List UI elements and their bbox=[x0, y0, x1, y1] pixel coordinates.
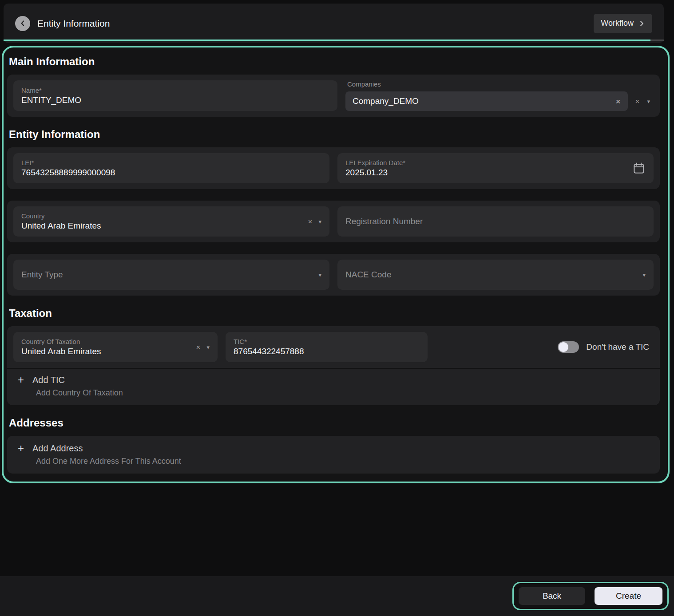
plus-icon: + bbox=[18, 375, 24, 385]
nace-code-dropdown-icon[interactable]: ▾ bbox=[642, 272, 646, 278]
name-field-label: Name* bbox=[21, 87, 329, 94]
main-information-row: Name* ENTITY_DEMO Companies Company_DEMO… bbox=[7, 75, 660, 117]
companies-dropdown-icon[interactable]: ▾ bbox=[647, 99, 650, 104]
footer-actions-group: Back Create bbox=[512, 582, 669, 610]
country-of-taxation-value: United Arab Emirates bbox=[21, 347, 190, 356]
entity-type-row: Entity Type ▾ NACE Code ▾ bbox=[7, 254, 660, 296]
lei-expiration-label: LEI Expiration Date* bbox=[345, 159, 626, 166]
lei-field-value: 76543258889999000098 bbox=[21, 168, 321, 178]
main-information-heading: Main Information bbox=[9, 55, 660, 68]
company-chip[interactable]: Company_DEMO × bbox=[345, 91, 628, 111]
country-clear-icon[interactable]: × bbox=[308, 218, 313, 225]
country-of-taxation-field[interactable]: Country Of Taxation United Arab Emirates… bbox=[13, 332, 218, 362]
country-field-label: Country bbox=[21, 212, 302, 220]
step-progress-done bbox=[4, 39, 650, 41]
chevron-right-icon bbox=[638, 20, 645, 27]
add-address-title: Add Address bbox=[32, 443, 83, 454]
country-dropdown-icon[interactable]: ▾ bbox=[318, 219, 321, 225]
page-header: Entity Information Workflow bbox=[4, 4, 664, 43]
calendar-icon[interactable] bbox=[632, 162, 646, 175]
nace-code-field[interactable]: NACE Code ▾ bbox=[337, 260, 654, 290]
add-tic-subtitle: Add Country Of Taxation bbox=[36, 388, 653, 398]
footer-bar: Back Create bbox=[0, 576, 674, 616]
lei-expiration-value: 2025.01.23 bbox=[345, 168, 626, 178]
taxation-heading: Taxation bbox=[9, 307, 660, 320]
lei-field[interactable]: LEI* 76543258889999000098 bbox=[13, 153, 329, 183]
lei-row: LEI* 76543258889999000098 LEI Expiration… bbox=[7, 147, 660, 189]
name-field-value: ENTITY_DEMO bbox=[21, 95, 329, 105]
taxation-row: Country Of Taxation United Arab Emirates… bbox=[7, 326, 660, 368]
entity-type-placeholder: Entity Type bbox=[21, 270, 312, 280]
country-of-taxation-label: Country Of Taxation bbox=[21, 338, 190, 345]
plus-icon: + bbox=[18, 443, 24, 454]
dont-have-tic-toggle[interactable] bbox=[558, 341, 579, 353]
add-address-button[interactable]: + Add Address Add One More Address For T… bbox=[7, 436, 660, 474]
workflow-button[interactable]: Workflow bbox=[594, 14, 652, 33]
entity-type-dropdown-icon[interactable]: ▾ bbox=[318, 272, 321, 278]
lei-field-label: LEI* bbox=[21, 159, 321, 166]
chevron-left-icon bbox=[20, 20, 26, 27]
country-field[interactable]: Country United Arab Emirates × ▾ bbox=[13, 206, 329, 237]
dont-have-tic-label: Don't have a TIC bbox=[586, 342, 649, 352]
step-progress-bar bbox=[4, 39, 664, 41]
addresses-heading: Addresses bbox=[9, 417, 660, 429]
company-chip-remove-icon[interactable]: × bbox=[615, 97, 620, 106]
toggle-knob bbox=[559, 342, 568, 352]
addresses-group: + Add Address Add One More Address For T… bbox=[7, 436, 660, 474]
country-of-taxation-clear-icon[interactable]: × bbox=[196, 344, 201, 351]
nace-code-placeholder: NACE Code bbox=[345, 270, 636, 280]
tic-field[interactable]: TIC* 876544322457888 bbox=[226, 332, 428, 362]
step-progress-rest bbox=[650, 39, 664, 41]
companies-field: Companies Company_DEMO × × ▾ bbox=[345, 80, 654, 111]
tic-field-value: 876544322457888 bbox=[234, 347, 420, 356]
country-of-taxation-dropdown-icon[interactable]: ▾ bbox=[206, 344, 210, 350]
taxation-group: Country Of Taxation United Arab Emirates… bbox=[7, 326, 660, 405]
add-tic-button[interactable]: + Add TIC Add Country Of Taxation bbox=[7, 369, 660, 405]
tic-toggle-zone: Don't have a TIC bbox=[436, 332, 654, 362]
entity-information-heading: Entity Information bbox=[9, 128, 660, 141]
country-row: Country United Arab Emirates × ▾ Registr… bbox=[7, 201, 660, 242]
page-title: Entity Information bbox=[37, 18, 110, 29]
back-icon-button[interactable] bbox=[15, 16, 30, 31]
companies-field-label: Companies bbox=[347, 80, 654, 88]
back-button[interactable]: Back bbox=[519, 587, 585, 605]
workflow-button-label: Workflow bbox=[601, 19, 634, 28]
lei-expiration-field[interactable]: LEI Expiration Date* 2025.01.23 bbox=[337, 153, 654, 183]
tic-field-label: TIC* bbox=[234, 338, 420, 345]
companies-clear-icon[interactable]: × bbox=[635, 98, 640, 105]
add-address-subtitle: Add One More Address For This Account bbox=[36, 457, 653, 466]
entity-form-card: Main Information Name* ENTITY_DEMO Compa… bbox=[2, 46, 670, 483]
country-field-value: United Arab Emirates bbox=[21, 221, 302, 231]
name-field[interactable]: Name* ENTITY_DEMO bbox=[13, 80, 337, 111]
registration-number-placeholder: Registration Number bbox=[345, 217, 423, 226]
create-button[interactable]: Create bbox=[595, 587, 662, 605]
registration-number-field[interactable]: Registration Number bbox=[337, 206, 654, 237]
entity-type-field[interactable]: Entity Type ▾ bbox=[13, 260, 329, 290]
company-chip-label: Company_DEMO bbox=[353, 96, 419, 106]
add-tic-title: Add TIC bbox=[32, 375, 65, 385]
